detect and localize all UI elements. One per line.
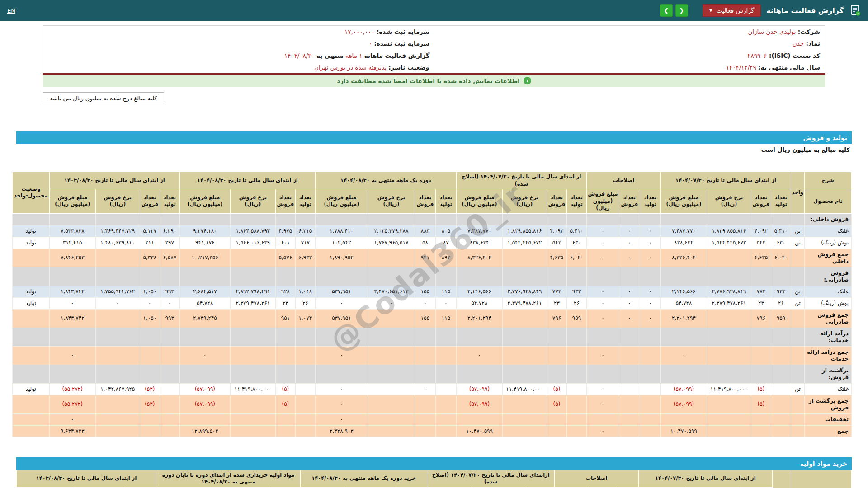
value-cell xyxy=(95,365,140,383)
value-cell xyxy=(95,213,140,225)
unit-cell xyxy=(791,395,805,413)
value-cell xyxy=(368,328,415,346)
value-cell: ۷۹۶ xyxy=(751,309,771,328)
value-cell: ۲۳ xyxy=(547,297,566,309)
previous-report-button[interactable]: ❮ xyxy=(675,4,688,17)
value-cell xyxy=(415,395,435,413)
value-cell xyxy=(640,213,660,225)
value-cell xyxy=(435,346,456,365)
unit-cell xyxy=(791,413,805,425)
next-report-button[interactable]: ❯ xyxy=(660,4,673,17)
value-cell xyxy=(547,213,566,225)
value-cell: ۰ xyxy=(660,346,707,365)
report-period-label: گزارش فعالیت ماهانه xyxy=(364,52,429,59)
isic-label: کد صنعت (ISIC): xyxy=(769,52,820,59)
registered-capital-label: سرمایه ثبت شده: xyxy=(377,28,429,35)
value-cell: ۱,۷۵۵,۹۴۴,۷۶۲ xyxy=(95,286,140,297)
value-cell xyxy=(435,383,456,395)
report-period-field: گزارش فعالیت ماهانه ۱ ماهه منتهی به ۱۴۰۴… xyxy=(43,50,434,61)
group-header: از ابتدای سال مالی تا تاریخ ۱۴۰۳/۰۸/۳۰ xyxy=(17,470,156,487)
value-cell xyxy=(140,346,160,365)
column-header: تعداد فروش xyxy=(619,189,640,214)
value-cell: ۰ xyxy=(95,297,140,309)
total-row: جمع۱۰,۴۷۰,۵۹۹۰۱۰,۴۷۰,۵۹۹۲,۴۲۸,۹۰۳۱۲,۸۹۹,… xyxy=(12,425,851,437)
value-cell xyxy=(456,213,502,225)
value-cell: ۱,۵۴۴,۴۴۵,۶۷۲ xyxy=(707,237,751,249)
value-cell: (۵) xyxy=(751,383,771,395)
value-cell xyxy=(160,395,179,413)
value-cell xyxy=(751,425,771,437)
value-cell: ۵۴۳ xyxy=(547,237,566,249)
value-cell: ۵۳۷,۹۵۱ xyxy=(315,286,368,297)
data-row: غلتکتن۹۳۳۷۷۳۲,۷۷۶,۹۲۸,۸۴۹۲,۱۴۶,۵۶۶۰۰۰۹۳۳… xyxy=(12,286,851,297)
value-cell: (۵۵,۲۷۲) xyxy=(49,383,95,395)
value-cell xyxy=(295,425,315,437)
value-cell xyxy=(160,365,179,383)
fiscal-year-label: سال مالی منتهی به: xyxy=(758,64,820,71)
company-name-value: تولیدي چدن سازان xyxy=(748,28,796,35)
unit-cell: تن xyxy=(791,286,805,297)
value-cell xyxy=(160,213,179,225)
page-title: گزارش فعالیت ماهانه xyxy=(766,6,844,15)
currency-note-text: کلیه مبالغ درج شده به میلیون ریال می باش… xyxy=(43,92,164,104)
value-cell: ۹۲۸ xyxy=(275,286,295,297)
symbol-label: نماد: xyxy=(806,40,820,47)
row-label: غلتک xyxy=(805,383,852,395)
value-cell: ۶,۲۹۰ xyxy=(160,225,179,237)
value-cell: ۱۰,۲۱۷,۳۵۶ xyxy=(179,249,230,267)
data-row: غلتکتن(۵)۱۱,۴۱۹,۸۰۰,۰۰۰(۵۷,۰۹۹)۰(۵)۱۱,۴۱… xyxy=(12,383,851,395)
value-cell xyxy=(368,365,415,383)
value-cell: ۰ xyxy=(415,297,435,309)
status-cell xyxy=(12,328,49,346)
value-cell: ۵,۴۱۰ xyxy=(771,225,791,237)
value-cell: ۲,۰۲۵,۳۷۹,۳۸۸ xyxy=(368,225,415,237)
value-cell: ۹۵۱ xyxy=(275,309,295,328)
value-cell: ۴,۶۳۵ xyxy=(547,249,566,267)
value-cell: (۵) xyxy=(751,395,771,413)
status-cell: تولید xyxy=(12,286,49,297)
value-cell: ۲,۳۷۹,۴۷۸,۲۶۱ xyxy=(230,297,275,309)
value-cell xyxy=(456,365,502,383)
value-cell: ۸۰۵ xyxy=(435,225,456,237)
value-cell: ۱,۸۲۹,۸۵۵,۸۱۶ xyxy=(502,225,547,237)
unit-cell: تن xyxy=(791,297,805,309)
value-cell xyxy=(566,213,586,225)
value-cell xyxy=(160,383,179,395)
value-cell: ۰ xyxy=(586,286,619,297)
unit-cell xyxy=(791,346,805,365)
value-cell xyxy=(707,365,751,383)
value-cell: ۸,۳۲۶,۴۰۴ xyxy=(456,249,502,267)
value-cell: (۵۷,۰۹۹) xyxy=(660,383,707,395)
group-header: از ابتدای سال مالی تا تاریخ ۱۴۰۴/۰۷/۳۰ xyxy=(638,470,772,487)
value-cell: ۱۲,۸۹۹,۵۰۲ xyxy=(179,425,230,437)
value-cell: ۰ xyxy=(586,346,619,365)
value-cell xyxy=(368,346,415,365)
value-cell: ۰ xyxy=(619,249,640,267)
value-cell: ۰ xyxy=(586,395,619,413)
value-cell: ۱,۰۴۲,۸۶۷,۹۲۵ xyxy=(95,383,140,395)
value-cell: ۲,۲۰۱,۲۹۴ xyxy=(456,309,502,328)
status-cell xyxy=(12,413,49,425)
value-cell: ۷,۴۸۷,۷۷۰ xyxy=(660,225,707,237)
language-toggle[interactable]: EN xyxy=(7,7,15,14)
value-cell: ۲۹۷ xyxy=(160,237,179,249)
value-cell xyxy=(751,267,771,286)
column-header: تعداد تولید xyxy=(566,189,586,214)
value-cell: ۰ xyxy=(49,297,95,309)
value-cell: ۷,۴۸۷,۷۷۰ xyxy=(456,225,502,237)
value-cell xyxy=(751,365,771,383)
value-cell: (۵۳) xyxy=(140,395,160,413)
report-type-dropdown[interactable]: گزارش فعالیت ▼ xyxy=(703,4,761,17)
unit-header: واحد xyxy=(773,470,791,488)
value-cell xyxy=(415,425,435,437)
value-cell: ۰ xyxy=(586,249,619,267)
status-cell xyxy=(12,267,49,286)
value-cell xyxy=(368,309,415,328)
value-cell: ۵۴,۷۲۸ xyxy=(456,297,502,309)
report-body: تولید و فروش کلیه مبالغ به میلیون ریال ا… xyxy=(16,131,852,488)
value-cell xyxy=(160,346,179,365)
value-cell: ۲,۷۷۶,۹۲۸,۸۴۹ xyxy=(502,286,547,297)
value-cell: ۱۰,۴۷۰,۵۹۹ xyxy=(456,425,502,437)
value-cell xyxy=(435,413,456,425)
value-cell: ۶,۲۱۵ xyxy=(295,225,315,237)
